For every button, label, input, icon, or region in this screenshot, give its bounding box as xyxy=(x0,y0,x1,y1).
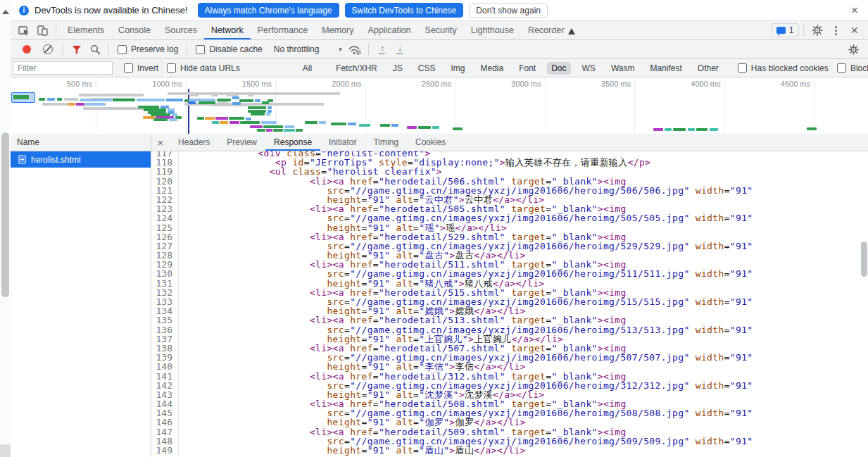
banner-close-icon[interactable]: × xyxy=(848,4,861,16)
filter-type-css[interactable]: CSS xyxy=(414,62,440,75)
import-har-icon[interactable]: ↑ xyxy=(379,44,385,55)
line-number: 136 xyxy=(151,325,179,334)
filter-type-img[interactable]: Img xyxy=(446,62,469,75)
response-scrollbar[interactable] xyxy=(860,169,868,457)
always-match-language-button[interactable]: Always match Chrome's language xyxy=(198,3,339,18)
os-scrollbar-left[interactable] xyxy=(0,0,11,457)
devtools-window: i DevTools is now available in Chinese! … xyxy=(11,0,868,457)
checkbox-box[interactable] xyxy=(167,63,176,73)
response-scrollbar-thumb[interactable] xyxy=(861,242,867,277)
filter-type-wasm[interactable]: Wasm xyxy=(607,62,639,75)
filter-type-all[interactable]: All xyxy=(298,62,316,75)
line-number: 131 xyxy=(151,279,179,288)
scrollbar-corner xyxy=(0,444,11,457)
timeline-gridline xyxy=(634,77,635,134)
filter-type-manifest[interactable]: Manifest xyxy=(646,62,686,75)
tab-network[interactable]: Network xyxy=(204,21,251,39)
code-line: 149 height="91" alt="盾山">盾山</a></li> xyxy=(151,446,868,455)
tab-recorder[interactable]: Recorder xyxy=(521,21,582,39)
network-overview[interactable]: 500 ms1000 ms1500 ms2000 ms2500 ms3000 m… xyxy=(11,77,868,134)
waterfall-bar xyxy=(453,127,463,130)
extra-filter-checkboxes: Has blocked cookiesBlocked Requests3rd-p… xyxy=(734,63,868,73)
throttling-dropdown[interactable]: No throttling ▼ xyxy=(274,44,344,54)
disable-cache-checkbox[interactable]: Disable cache xyxy=(196,44,262,54)
response-viewer[interactable]: 117 <div class="herolist-content">118 <p… xyxy=(151,151,868,457)
checkbox-box[interactable] xyxy=(118,45,127,54)
tab-performance[interactable]: Performance xyxy=(251,21,315,39)
filter-type-font[interactable]: Font xyxy=(515,62,540,75)
line-number: 149 xyxy=(151,446,179,455)
switch-devtools-chinese-button[interactable]: Switch DevTools to Chinese xyxy=(345,3,464,18)
timeline-tick-label: 3000 ms xyxy=(478,80,541,88)
tab-elements[interactable]: Elements xyxy=(61,21,111,39)
tab-lighthouse[interactable]: Lighthouse xyxy=(464,21,521,39)
checkbox-box[interactable] xyxy=(196,45,205,54)
issues-counter[interactable]: 1 xyxy=(771,23,800,37)
dont-show-again-button[interactable]: Don't show again xyxy=(469,3,548,18)
filter-type-fetch-xhr[interactable]: Fetch/XHR xyxy=(332,62,382,75)
waterfall-bar xyxy=(263,125,283,128)
request-row-herolist-shtml[interactable]: herolist.shtml xyxy=(11,151,151,168)
waterfall-bar xyxy=(432,126,439,129)
filter-type-doc[interactable]: Doc xyxy=(547,62,570,75)
waterfall-bar xyxy=(273,129,283,132)
tab-sources[interactable]: Sources xyxy=(158,21,204,39)
device-toolbar-icon[interactable] xyxy=(33,22,51,39)
timeline-tick-label: 2500 ms xyxy=(388,80,451,88)
line-number: 140 xyxy=(151,362,179,371)
tab-security[interactable]: Security xyxy=(418,21,464,39)
waterfall-bar xyxy=(169,118,177,121)
language-infobar: i DevTools is now available in Chinese! … xyxy=(11,0,868,21)
tab-memory[interactable]: Memory xyxy=(315,21,360,39)
waterfall-bar xyxy=(79,94,144,96)
name-column-header[interactable]: Name xyxy=(11,134,151,151)
detail-tab-preview[interactable]: Preview xyxy=(218,134,265,151)
detail-tab-cookies[interactable]: Cookies xyxy=(407,134,454,151)
checkbox-box[interactable] xyxy=(738,63,747,73)
detail-tab-headers[interactable]: Headers xyxy=(170,134,218,151)
filter-type-js[interactable]: JS xyxy=(389,62,407,75)
divider xyxy=(108,44,109,55)
waterfall-bar xyxy=(205,117,215,120)
network-settings-gear-icon[interactable] xyxy=(844,41,862,58)
detail-tab-timing[interactable]: Timing xyxy=(365,134,407,151)
waterfall-bar xyxy=(47,98,55,101)
record-network-log-icon[interactable] xyxy=(23,45,31,54)
filter-funnel-icon[interactable] xyxy=(68,41,86,58)
blocked-requests-checkbox[interactable]: Blocked Requests xyxy=(837,63,868,73)
hide-data-urls-checkbox[interactable]: Hide data URLs xyxy=(167,63,240,73)
checkbox-box[interactable] xyxy=(124,63,133,73)
detail-tab-initiator[interactable]: Initiator xyxy=(320,134,365,151)
divider xyxy=(803,25,804,36)
more-options-icon[interactable] xyxy=(826,22,845,39)
filter-type-other[interactable]: Other xyxy=(693,62,723,75)
devtools-close-icon[interactable]: × xyxy=(845,23,864,38)
timeline-gridline xyxy=(545,77,546,134)
timeline-tick-label: 4500 ms xyxy=(747,80,810,88)
network-conditions-icon[interactable] xyxy=(346,41,364,58)
os-scrollbar-thumb[interactable] xyxy=(1,132,9,297)
tab-console[interactable]: Console xyxy=(111,21,158,39)
checkbox-box[interactable] xyxy=(837,63,846,73)
settings-gear-icon[interactable] xyxy=(808,22,826,39)
waterfall-bar xyxy=(665,128,672,131)
filter-type-media[interactable]: Media xyxy=(476,62,508,75)
inspect-element-icon[interactable] xyxy=(15,22,33,39)
export-har-icon[interactable]: ↓ xyxy=(396,44,403,55)
waterfall-bar xyxy=(64,98,78,101)
filter-type-ws[interactable]: WS xyxy=(578,62,600,75)
scroll-up-arrow-icon[interactable] xyxy=(2,10,9,14)
tab-application[interactable]: Application xyxy=(360,21,417,39)
requests-table: Name herolist.shtml xyxy=(11,134,151,457)
filter-input[interactable] xyxy=(13,61,113,75)
close-detail-icon[interactable]: × xyxy=(151,134,170,151)
has-blocked-cookies-checkbox[interactable]: Has blocked cookies xyxy=(738,63,829,73)
search-icon[interactable] xyxy=(86,41,104,58)
preserve-log-checkbox[interactable]: Preserve log xyxy=(118,44,178,54)
detail-tab-response[interactable]: Response xyxy=(265,134,320,151)
divider xyxy=(63,44,63,55)
waterfall-bar xyxy=(688,128,695,131)
clear-network-log-icon[interactable] xyxy=(43,44,53,54)
selected-request-overview-bar[interactable] xyxy=(11,92,35,103)
invert-checkbox[interactable]: Invert xyxy=(124,63,158,73)
